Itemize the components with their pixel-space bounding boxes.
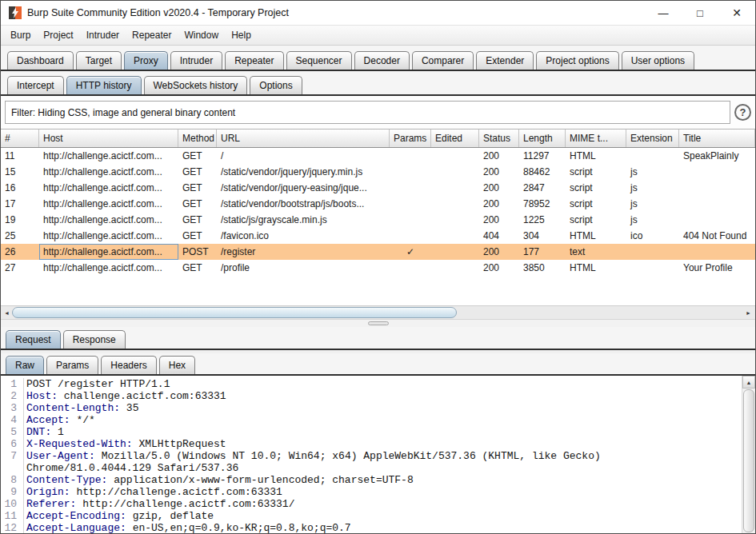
menu-item-help[interactable]: Help xyxy=(225,26,258,44)
maximize-button[interactable]: □ xyxy=(682,2,718,25)
column-header-extension[interactable]: Extension xyxy=(626,130,679,147)
cell-length: 3850 xyxy=(519,260,566,276)
cell-mime: script xyxy=(566,212,626,228)
line-number: 3 xyxy=(1,402,20,414)
tab-intruder[interactable]: Intruder xyxy=(170,51,222,70)
cell-title: Your Profile xyxy=(679,260,755,276)
line-number: 1 xyxy=(1,378,20,390)
filter-text: Filter: Hiding CSS, image and general bi… xyxy=(11,107,235,118)
tab-extender[interactable]: Extender xyxy=(476,51,534,70)
minimize-button[interactable]: — xyxy=(645,2,682,25)
column-header-host[interactable]: Host xyxy=(39,130,178,147)
table-row[interactable]: 17http://challenge.acictf.com...GET/stat… xyxy=(1,196,755,212)
tab-proxy[interactable]: Proxy xyxy=(124,51,168,70)
request-line: 8Content-Type: application/x-www-form-ur… xyxy=(1,474,742,486)
close-button[interactable]: ✕ xyxy=(718,2,755,25)
menu-item-project[interactable]: Project xyxy=(37,26,79,44)
view-tab-params[interactable]: Params xyxy=(46,356,98,374)
view-tab-headers[interactable]: Headers xyxy=(101,356,156,374)
request-viewer[interactable]: 1POST /register HTTP/1.12Host: challenge… xyxy=(1,376,755,533)
tab-target[interactable]: Target xyxy=(76,51,122,70)
tab-user-options[interactable]: User options xyxy=(622,51,694,70)
menu-item-burp[interactable]: Burp xyxy=(4,26,37,44)
burp-logo-icon xyxy=(9,6,22,19)
editor-tab-response[interactable]: Response xyxy=(63,330,126,349)
table-row[interactable]: 19http://challenge.acictf.com...GET/stat… xyxy=(1,212,755,228)
cell-length: 11297 xyxy=(519,148,566,164)
scroll-left-icon[interactable]: ◄ xyxy=(1,307,13,319)
filter-row: Filter: Hiding CSS, image and general bi… xyxy=(1,96,755,129)
vertical-scrollbar-thumb[interactable] xyxy=(743,389,754,532)
cell-num: 17 xyxy=(1,196,39,212)
header-value: http://challenge.acictf.com:63331/ xyxy=(76,498,294,510)
tab-decoder[interactable]: Decoder xyxy=(354,51,410,70)
cell-url: /static/vendor/bootstrap/js/boots... xyxy=(217,196,390,212)
column-header-url[interactable]: URL xyxy=(217,130,390,147)
column-header-length[interactable]: Length xyxy=(519,130,566,147)
line-content: Origin: http://challenge.acictf.com:6333… xyxy=(20,486,742,498)
tab-comparer[interactable]: Comparer xyxy=(412,51,474,70)
cell-edited xyxy=(431,244,479,260)
header-value: 1 xyxy=(51,426,64,438)
tab-project-options[interactable]: Project options xyxy=(536,51,618,70)
help-icon[interactable]: ? xyxy=(734,104,751,121)
cell-num: 25 xyxy=(1,228,39,244)
table-row[interactable]: 25http://challenge.acictf.com...GET/favi… xyxy=(1,228,755,244)
column-header-status[interactable]: Status xyxy=(479,130,519,147)
cell-params xyxy=(390,260,431,276)
cell-method: GET xyxy=(178,260,217,276)
cell-edited xyxy=(431,228,479,244)
pane-splitter[interactable] xyxy=(1,319,755,327)
tab-dashboard[interactable]: Dashboard xyxy=(7,51,74,70)
proxy-tab-options[interactable]: Options xyxy=(250,76,302,94)
view-tab-raw[interactable]: Raw xyxy=(6,356,44,374)
table-row[interactable]: 11http://challenge.acictf.com...GET/2001… xyxy=(1,148,755,164)
cell-extension xyxy=(626,148,679,164)
cell-status: 200 xyxy=(479,148,519,164)
header-name: Accept-Language: xyxy=(26,522,126,533)
cell-extension: js xyxy=(626,196,679,212)
request-line: 2Host: challenge.acictf.com:63331 xyxy=(1,390,742,402)
menu-item-intruder[interactable]: Intruder xyxy=(80,26,126,44)
filter-bar[interactable]: Filter: Hiding CSS, image and general bi… xyxy=(5,101,730,124)
line-content: Content-Type: application/x-www-form-url… xyxy=(20,474,742,486)
horizontal-scrollbar[interactable]: ◄ ► xyxy=(1,305,755,319)
cell-method: GET xyxy=(178,164,217,180)
column-header-method[interactable]: Method xyxy=(178,130,217,147)
menu-item-repeater[interactable]: Repeater xyxy=(126,26,178,44)
cell-url: / xyxy=(217,148,390,164)
cell-mime: HTML xyxy=(566,260,626,276)
cell-host: http://challenge.acictf.com... xyxy=(39,180,178,196)
proxy-tab-http-history[interactable]: HTTP history xyxy=(66,76,142,94)
view-tab-hex[interactable]: Hex xyxy=(159,356,195,374)
column-header-edited[interactable]: Edited xyxy=(431,130,479,147)
scroll-right-icon[interactable]: ► xyxy=(742,307,754,319)
proxy-tab-intercept[interactable]: Intercept xyxy=(7,76,64,94)
splitter-grip-icon[interactable] xyxy=(368,321,389,325)
column-header-mime-t-[interactable]: MIME t... xyxy=(566,130,626,147)
scroll-up-icon[interactable]: ▲ xyxy=(742,376,755,389)
main-tabs: DashboardTargetProxyIntruderRepeaterSequ… xyxy=(1,46,755,71)
table-row[interactable]: 16http://challenge.acictf.com...GET/stat… xyxy=(1,180,755,196)
cell-num: 27 xyxy=(1,260,39,276)
column-header-title[interactable]: Title xyxy=(679,130,755,147)
menu-item-window[interactable]: Window xyxy=(178,26,225,44)
cell-extension: js xyxy=(626,212,679,228)
column-header-params[interactable]: Params xyxy=(390,130,431,147)
line-content: Accept: */* xyxy=(20,414,742,426)
editor-tab-request[interactable]: Request xyxy=(6,330,61,349)
vertical-scrollbar[interactable]: ▲ xyxy=(742,376,755,533)
cell-params xyxy=(390,228,431,244)
table-row[interactable]: 26http://challenge.acictf.com...POST/reg… xyxy=(1,244,755,260)
cell-host: http://challenge.acictf.com... xyxy=(39,228,178,244)
column-header--[interactable]: # xyxy=(1,130,39,147)
horizontal-scrollbar-thumb[interactable] xyxy=(12,307,457,318)
table-row[interactable]: 15http://challenge.acictf.com...GET/stat… xyxy=(1,164,755,180)
cell-extension xyxy=(626,244,679,260)
header-value: */* xyxy=(70,414,95,426)
table-row[interactable]: 27http://challenge.acictf.com...GET/prof… xyxy=(1,260,755,276)
header-value: en-US,en;q=0.9,ko-KR;q=0.8,ko;q=0.7 xyxy=(126,522,351,533)
tab-sequencer[interactable]: Sequencer xyxy=(286,51,352,70)
tab-repeater[interactable]: Repeater xyxy=(225,51,283,70)
proxy-tab-websockets-history[interactable]: WebSockets history xyxy=(144,76,248,94)
